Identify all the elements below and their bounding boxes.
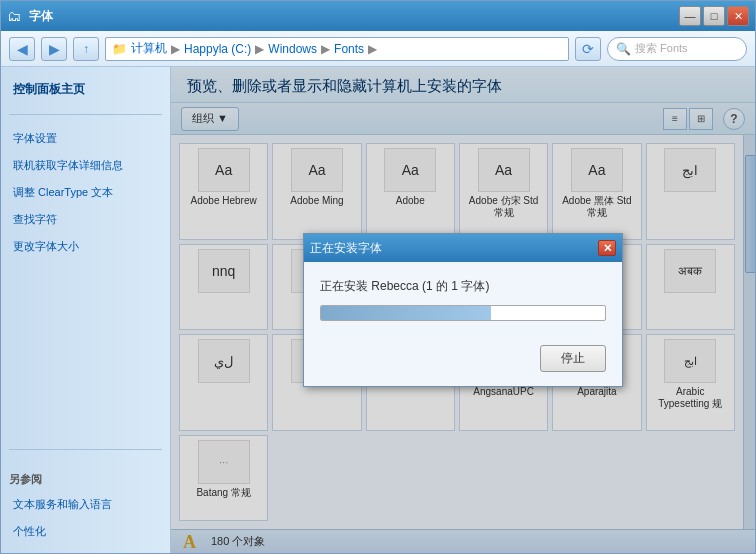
- address-bar: ◀ ▶ ↑ 📁 计算机 ▶ Happyla (C:) ▶ Windows ▶ F…: [1, 31, 755, 67]
- sidebar-spacer: [9, 264, 162, 435]
- content-area: 预览、删除或者显示和隐藏计算机上安装的字体 组织 ▼ ≡ ⊞ ? Aa Adob…: [171, 67, 755, 553]
- install-font-dialog: 正在安装字体 ✕ 正在安装 Rebecca (1 的 1 字体) 停止: [303, 233, 623, 387]
- up-button[interactable]: ↑: [73, 37, 99, 61]
- path-windows[interactable]: Windows: [268, 42, 317, 56]
- minimize-button[interactable]: —: [679, 6, 701, 26]
- sidebar-link-find-char[interactable]: 查找字符: [9, 210, 162, 229]
- title-bar-left: 🗂 字体: [7, 8, 53, 25]
- title-bar-title: 字体: [29, 8, 53, 25]
- path-computer[interactable]: 计算机: [131, 40, 167, 57]
- forward-button[interactable]: ▶: [41, 37, 67, 61]
- progress-bar-fill: [321, 306, 491, 320]
- back-button[interactable]: ◀: [9, 37, 35, 61]
- sidebar-divider-2: [9, 449, 162, 450]
- sidebar-link-font-settings[interactable]: 字体设置: [9, 129, 162, 148]
- modal-close-button[interactable]: ✕: [598, 240, 616, 256]
- sidebar-link-cleartype[interactable]: 调整 ClearType 文本: [9, 183, 162, 202]
- modal-install-text: 正在安装 Rebecca (1 的 1 字体): [320, 278, 606, 295]
- modal-body: 正在安装 Rebecca (1 的 1 字体): [304, 262, 622, 345]
- modal-title-bar: 正在安装字体 ✕: [304, 234, 622, 262]
- path-fonts[interactable]: Fonts: [334, 42, 364, 56]
- sidebar-also-see-label: 另参阅: [9, 472, 162, 487]
- search-placeholder: 搜索 Fonts: [635, 41, 688, 56]
- maximize-button[interactable]: □: [703, 6, 725, 26]
- modal-title: 正在安装字体: [310, 240, 382, 257]
- sidebar: 控制面板主页 字体设置 联机获取字体详细信息 调整 ClearType 文本 查…: [1, 67, 171, 553]
- path-sep-4: ▶: [368, 42, 377, 56]
- path-folder-icon: 📁: [112, 42, 127, 56]
- path-drive[interactable]: Happyla (C:): [184, 42, 251, 56]
- progress-bar-container: [320, 305, 606, 321]
- path-sep-3: ▶: [321, 42, 330, 56]
- sidebar-link-online-fonts[interactable]: 联机获取字体详细信息: [9, 156, 162, 175]
- search-box[interactable]: 🔍 搜索 Fonts: [607, 37, 747, 61]
- sidebar-divider-1: [9, 114, 162, 115]
- sidebar-control-panel-link[interactable]: 控制面板主页: [9, 79, 162, 100]
- refresh-button[interactable]: ⟳: [575, 37, 601, 61]
- window-icon: 🗂: [7, 8, 21, 24]
- modal-overlay: 正在安装字体 ✕ 正在安装 Rebecca (1 的 1 字体) 停止: [171, 67, 755, 553]
- search-icon: 🔍: [616, 42, 631, 56]
- modal-stop-button[interactable]: 停止: [540, 345, 606, 372]
- close-button[interactable]: ✕: [727, 6, 749, 26]
- modal-footer: 停止: [304, 345, 622, 386]
- sidebar-link-font-size[interactable]: 更改字体大小: [9, 237, 162, 256]
- path-sep-1: ▶: [171, 42, 180, 56]
- sidebar-link-personalization[interactable]: 个性化: [9, 522, 162, 541]
- path-sep-2: ▶: [255, 42, 264, 56]
- title-bar: 🗂 字体 — □ ✕: [1, 1, 755, 31]
- main-area: 控制面板主页 字体设置 联机获取字体详细信息 调整 ClearType 文本 查…: [1, 67, 755, 553]
- title-bar-buttons: — □ ✕: [679, 6, 749, 26]
- address-path: 📁 计算机 ▶ Happyla (C:) ▶ Windows ▶ Fonts ▶: [105, 37, 569, 61]
- sidebar-link-text-services[interactable]: 文本服务和输入语言: [9, 495, 162, 514]
- window: 🗂 字体 — □ ✕ ◀ ▶ ↑ 📁 计算机 ▶ Happyla (C:) ▶ …: [0, 0, 756, 554]
